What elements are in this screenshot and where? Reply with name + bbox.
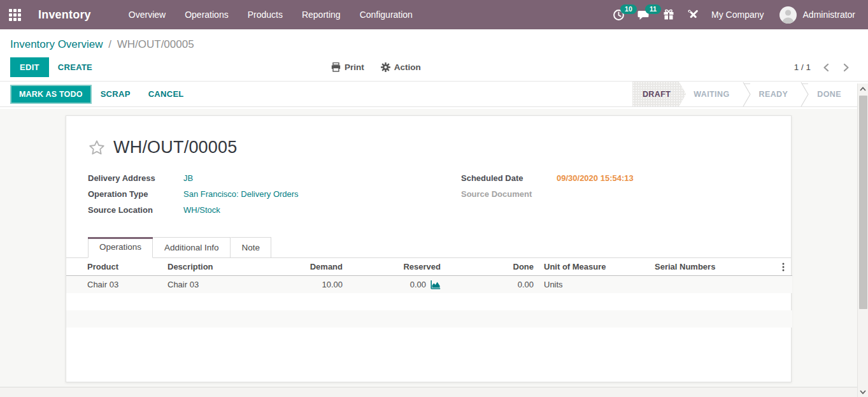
cell-product[interactable]: Chair 03 [66,276,162,293]
mark-as-todo-button[interactable]: MARK AS TODO [10,85,92,104]
field-delivery-address: Delivery Address JB [88,173,439,184]
operation-type-link[interactable]: San Francisco: Delivery Orders [183,189,299,199]
form-sheet: WH/OUT/00005 Delivery Address JB Operati… [66,115,792,382]
delivery-address-link[interactable]: JB [183,173,193,184]
state-draft[interactable]: DRAFT [632,82,686,106]
col-done[interactable]: Done [446,258,539,276]
table-row[interactable]: Chair 03 Chair 03 10.00 0.00 0.00 Units [66,276,792,293]
col-reserved[interactable]: Reserved [348,258,446,276]
tab-additional-info[interactable]: Additional Info [153,237,231,258]
col-description[interactable]: Description [162,258,267,276]
document-title: WH/OUT/00005 [113,138,237,157]
user-menu[interactable]: Administrator [797,0,862,29]
action-label: Action [394,62,421,72]
cell-demand[interactable]: 10.00 [267,276,348,293]
state-separator [743,82,751,106]
state-ready[interactable]: READY [751,82,801,106]
company-switcher[interactable]: My Company [705,0,770,29]
print-menu-button[interactable]: Print [331,62,364,72]
col-demand[interactable]: Demand [267,258,348,276]
form-statusbar: MARK AS TODO SCRAP CANCEL DRAFT WAITING … [0,82,868,107]
state-pipeline: DRAFT WAITING READY DONE [632,82,854,106]
field-label: Source Document [461,189,557,199]
empty-row [66,293,792,310]
notebook-tabs: Operations Additional Info Note [66,237,791,258]
favorite-star-icon[interactable] [88,139,106,157]
empty-row [66,310,792,328]
control-panel: EDIT CREATE Print Action 1 / 1 [0,54,868,82]
print-label: Print [345,62,364,72]
col-product[interactable]: Product [66,258,162,276]
breadcrumb-current: WH/OUT/00005 [117,38,194,50]
source-location-link[interactable]: WH/Stock [183,205,220,215]
nav-configuration[interactable]: Configuration [350,0,422,29]
field-source-document: Source Document [461,189,791,199]
cell-reserved[interactable]: 0.00 [348,276,446,293]
activities-button[interactable]: 10 [606,0,631,29]
scheduled-date-value: 09/30/2020 15:54:13 [557,173,634,184]
field-operation-type: Operation Type San Francisco: Delivery O… [88,189,439,199]
edit-button[interactable]: EDIT [10,57,49,77]
cell-done[interactable]: 0.00 [446,276,539,293]
pager-value: 1 / 1 [794,62,811,72]
field-label: Delivery Address [88,173,183,184]
apps-menu-button[interactable] [0,0,29,29]
field-label: Source Location [88,205,183,215]
nav-reporting[interactable]: Reporting [292,0,350,29]
top-navbar: Inventory Overview Operations Products R… [0,0,868,29]
nav-overview[interactable]: Overview [119,0,175,29]
nav-products[interactable]: Products [238,0,292,29]
col-serial-numbers[interactable]: Serial Numbers [650,258,774,276]
col-unit-of-measure[interactable]: Unit of Measure [539,258,650,276]
tools-icon [687,9,699,20]
breadcrumb: Inventory Overview / WH/OUT/00005 [10,38,868,51]
action-menu-button[interactable]: Action [381,62,421,72]
pager-previous-icon[interactable] [821,62,831,73]
referral-button[interactable] [657,0,681,29]
messages-button[interactable]: 11 [631,0,657,29]
vertical-scrollbar[interactable] [857,83,868,397]
field-label: Operation Type [88,189,183,199]
cell-uom[interactable]: Units [539,276,650,293]
cell-description[interactable]: Chair 03 [162,276,267,293]
breadcrumb-row: Inventory Overview / WH/OUT/00005 [0,29,868,54]
printer-icon [331,62,341,72]
state-waiting[interactable]: WAITING [686,82,742,106]
forecast-chart-icon[interactable] [430,280,441,289]
create-button[interactable]: CREATE [49,58,101,76]
field-scheduled-date: Scheduled Date 09/30/2020 15:54:13 [461,173,791,184]
vertical-scrollbar-thumb[interactable] [859,96,867,309]
tab-operations[interactable]: Operations [88,237,153,258]
reserved-value: 0.00 [410,280,426,289]
nav-operations[interactable]: Operations [175,0,238,29]
tab-note[interactable]: Note [231,237,272,258]
gift-icon [663,9,674,20]
horizontal-scrollbar[interactable] [0,387,857,397]
systray: 10 11 My Company Admini [606,0,862,29]
field-label: Scheduled Date [461,173,557,184]
operations-table: Product Description Demand Reserved Done… [66,258,792,328]
optional-columns-button[interactable] [774,258,792,276]
breadcrumb-parent-link[interactable]: Inventory Overview [10,38,103,50]
scrap-button[interactable]: SCRAP [92,85,139,103]
app-title[interactable]: Inventory [29,8,100,22]
state-separator [800,82,809,106]
field-group-right: Scheduled Date 09/30/2020 15:54:13 Sourc… [439,173,791,220]
pager-next-icon[interactable] [841,62,851,73]
table-header-row: Product Description Demand Reserved Done… [66,258,792,276]
avatar[interactable] [779,6,797,24]
apps-grid-icon [9,9,21,21]
state-done[interactable]: DONE [809,82,854,106]
cell-serial[interactable] [650,276,774,293]
cancel-button[interactable]: CANCEL [139,85,193,103]
gear-icon [381,62,390,72]
field-source-location: Source Location WH/Stock [88,205,439,215]
field-group-left: Delivery Address JB Operation Type San F… [88,173,439,220]
scroll-up-icon[interactable] [858,83,868,94]
tools-button[interactable] [681,0,705,29]
form-view-area: WH/OUT/00005 Delivery Address JB Operati… [0,109,857,387]
breadcrumb-separator: / [106,38,114,50]
scroll-down-icon[interactable] [858,387,868,397]
